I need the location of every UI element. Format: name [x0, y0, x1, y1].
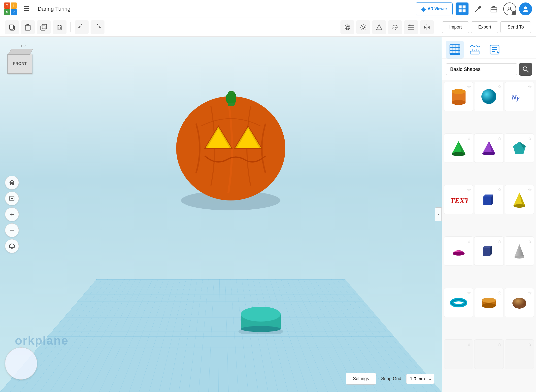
star-icon[interactable]: ☆: [528, 84, 532, 90]
redo-button[interactable]: [91, 20, 104, 34]
send-to-button[interactable]: Send To: [500, 21, 531, 33]
view-cube-body[interactable]: FRONT: [7, 54, 32, 74]
star-icon[interactable]: ☆: [498, 239, 502, 244]
zoom-out-button[interactable]: [5, 223, 19, 237]
home-view-button[interactable]: [5, 176, 19, 190]
logo: T I N K: [4, 2, 17, 15]
paste-button[interactable]: [21, 20, 35, 34]
star-icon[interactable]: ☆: [498, 84, 502, 90]
light-button[interactable]: [356, 20, 370, 34]
svg-point-92: [482, 152, 495, 155]
shape-short-cyl[interactable]: ☆: [474, 288, 503, 317]
svg-point-112: [482, 303, 496, 308]
copy-button[interactable]: [5, 20, 19, 34]
star-icon[interactable]: ☆: [467, 239, 471, 244]
view-cube-front-label: FRONT: [13, 62, 27, 66]
perspective-button[interactable]: [5, 239, 19, 253]
shape-pyramid-green[interactable]: ☆: [444, 133, 473, 163]
shape-half-sphere[interactable]: ☆: [444, 236, 473, 266]
snap-grid-select[interactable]: 1.0 mm 0.5 mm 0.1 mm 2.0 mm 5.0 mm: [406, 374, 434, 384]
shape-box-3d[interactable]: ☆: [474, 185, 503, 214]
star-icon[interactable]: ☆: [467, 342, 471, 347]
collapse-handle[interactable]: ›: [435, 207, 442, 221]
star-icon[interactable]: ☆: [498, 187, 502, 193]
shape-category-select[interactable]: Basic Shapes Letters & Numbers Geometric…: [446, 63, 517, 75]
shape-torus[interactable]: ☆: [444, 288, 473, 317]
search-button[interactable]: [519, 63, 532, 76]
tab-notes[interactable]: [486, 41, 503, 59]
svg-rect-0: [459, 5, 462, 8]
tab-grid[interactable]: [446, 41, 464, 59]
half-sphere-svg: [450, 243, 467, 260]
star-icon[interactable]: ☆: [528, 187, 532, 193]
shape-sphere[interactable]: ☆: [474, 82, 503, 111]
grid-view-button[interactable]: [456, 2, 469, 15]
duplicate-button[interactable]: [37, 20, 51, 34]
svg-point-19: [346, 26, 349, 29]
svg-line-25: [361, 25, 362, 26]
shape-empty-2[interactable]: ☆: [474, 339, 503, 369]
hammer-button[interactable]: [471, 2, 484, 15]
star-icon[interactable]: ☆: [467, 290, 471, 296]
export-button[interactable]: Export: [471, 21, 498, 33]
menu-button[interactable]: ☰: [20, 2, 33, 15]
align-button[interactable]: [404, 20, 418, 34]
view-cube[interactable]: TOP FRONT: [7, 44, 37, 76]
avatar[interactable]: [519, 2, 532, 15]
shape-text[interactable]: ☆ TEXT: [444, 185, 473, 214]
shape-curvy-text[interactable]: ☆ Ny: [505, 82, 534, 111]
svg-point-61: [241, 307, 281, 322]
shape-cone-gray-img: [509, 241, 529, 261]
zoom-in-button[interactable]: [5, 207, 19, 221]
star-icon[interactable]: ☆: [528, 342, 532, 347]
view-cube-top-face: [8, 49, 33, 55]
undo-icon: [78, 24, 85, 31]
import-button[interactable]: Import: [442, 21, 469, 33]
svg-rect-35: [409, 25, 410, 26]
star-icon[interactable]: ☆: [528, 290, 532, 296]
star-icon[interactable]: ☆: [528, 136, 532, 141]
tab-ruler[interactable]: [466, 41, 484, 59]
shape-cone-gray[interactable]: ☆: [505, 236, 534, 266]
star-icon[interactable]: ☆: [467, 136, 471, 141]
svg-point-107: [514, 256, 524, 259]
shape-cone-yellow[interactable]: ☆: [505, 185, 534, 214]
star-icon[interactable]: ☆: [467, 187, 471, 193]
undo-button[interactable]: [75, 20, 89, 34]
star-icon[interactable]: ☆: [528, 239, 532, 244]
shape-cylinder[interactable]: ☆: [444, 82, 473, 111]
briefcase-icon: [490, 5, 498, 13]
shape-box-img: [479, 190, 499, 210]
delete-button[interactable]: [53, 20, 67, 34]
settings-button[interactable]: Settings: [346, 373, 376, 385]
shape-icon: [376, 24, 383, 31]
ar-viewer-button[interactable]: ◈ AR Viewer: [416, 2, 453, 15]
shape-teal[interactable]: ☆: [505, 133, 534, 163]
person-icon: [507, 6, 513, 12]
star-icon[interactable]: ☆: [498, 290, 502, 296]
add-user-button[interactable]: +: [503, 2, 516, 15]
svg-line-80: [527, 70, 529, 72]
shape-empty-3[interactable]: ☆: [505, 339, 534, 369]
star-icon[interactable]: ☆: [498, 342, 502, 347]
view-mode-button[interactable]: [340, 20, 354, 34]
bottom-controls: Settings Snap Grid 1.0 mm 0.5 mm 0.1 mm …: [346, 373, 434, 385]
shapes-grid: ☆ ☆: [442, 80, 536, 392]
shape-cube-dark[interactable]: ☆: [474, 236, 503, 266]
rotate-button[interactable]: [388, 20, 402, 34]
redo-icon: [94, 24, 101, 31]
shape-half-sphere-img: [448, 241, 469, 261]
mirror-button[interactable]: [420, 20, 434, 34]
shape-empty-1[interactable]: ☆: [444, 339, 473, 369]
svg-rect-63: [450, 45, 460, 55]
shape-pyramid-purple[interactable]: ☆: [474, 133, 503, 163]
shape-walnut[interactable]: ☆: [505, 288, 534, 317]
shape-toggle-button[interactable]: [372, 20, 386, 34]
star-icon[interactable]: ☆: [467, 84, 471, 90]
svg-point-102: [453, 252, 465, 256]
perspective-icon: [9, 243, 15, 249]
briefcase-button[interactable]: [487, 2, 500, 15]
viewport[interactable]: orkplane TOP FRONT: [0, 37, 442, 392]
star-icon[interactable]: ☆: [498, 136, 502, 141]
fit-view-button[interactable]: [5, 192, 19, 205]
